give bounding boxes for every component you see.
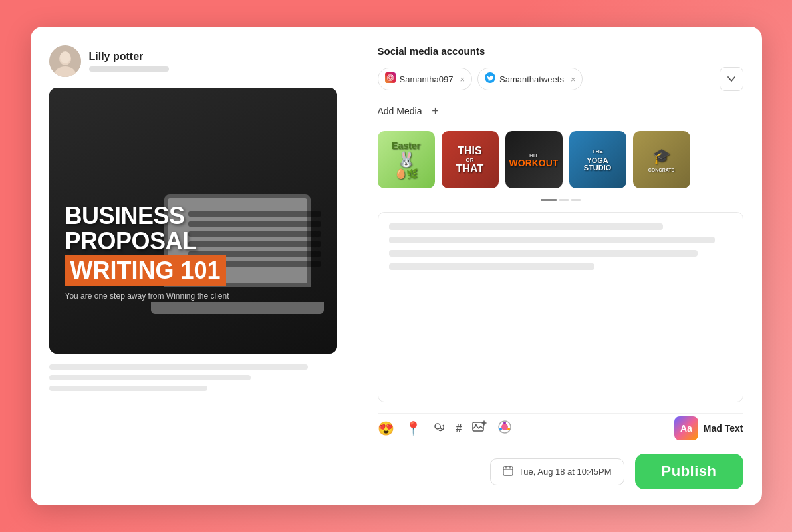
- add-media-button[interactable]: +: [426, 102, 444, 120]
- svg-point-9: [435, 424, 440, 429]
- instagram-chip[interactable]: Samantha097 ×: [378, 68, 473, 90]
- media-thumb-grad[interactable]: 🎓 CONGRATS: [633, 131, 690, 188]
- thumb-easter-label: Easter 🐰 🥚🌿: [378, 131, 435, 188]
- instagram-handle: Samantha097: [400, 74, 454, 84]
- svg-point-13: [501, 424, 508, 430]
- thumb-this-or-that-label: THIS OR THAT: [442, 131, 499, 188]
- post-text-overlay: BUSINESS PROPOSAL WRITING 101 You are on…: [65, 203, 321, 301]
- svg-point-14: [503, 422, 506, 424]
- mad-text-button[interactable]: Aa Mad Text: [674, 416, 743, 440]
- brand-icon[interactable]: [497, 420, 512, 438]
- svg-point-16: [499, 428, 502, 430]
- svg-point-15: [507, 428, 510, 430]
- user-info: Lilly potter: [89, 51, 169, 72]
- post-subtitle: You are one step away from Winning the c…: [65, 291, 321, 301]
- media-thumb-workout[interactable]: HIT WORKOUT: [505, 131, 563, 188]
- accounts-dropdown-button[interactable]: [720, 67, 743, 91]
- avatar: [49, 45, 81, 77]
- mad-text-label: Mad Text: [704, 423, 743, 434]
- media-thumb-this-or-that[interactable]: THIS OR THAT: [442, 131, 499, 188]
- laptop-base: [151, 302, 324, 314]
- accounts-row: Samantha097 × Samanthatweets ×: [378, 67, 743, 91]
- post-line: [49, 386, 207, 391]
- scroll-dot-inactive: [571, 199, 581, 201]
- post-line: [49, 375, 251, 380]
- mad-text-icon: Aa: [674, 416, 698, 440]
- twitter-chip-remove[interactable]: ×: [571, 74, 576, 84]
- twitter-chip[interactable]: Samanthatweets ×: [477, 68, 583, 90]
- post-lines: [49, 364, 337, 391]
- text-placeholder-line: [389, 223, 664, 230]
- toolbar-row: 😍 📍 # Aa Mad Text: [378, 413, 743, 443]
- twitter-handle: Samanthatweets: [499, 74, 564, 84]
- scroll-dot-inactive: [559, 199, 569, 201]
- hashtag-icon[interactable]: #: [456, 422, 462, 434]
- scroll-dot-active: [541, 199, 557, 201]
- image-add-icon[interactable]: [472, 420, 487, 438]
- location-icon[interactable]: 📍: [405, 420, 422, 436]
- calendar-icon: [503, 466, 513, 478]
- thumb-workout-label: HIT WORKOUT: [505, 131, 563, 188]
- post-title-line2: PROPOSAL: [65, 229, 321, 254]
- svg-rect-17: [503, 467, 513, 475]
- emoji-icon[interactable]: 😍: [378, 420, 394, 436]
- text-area-box[interactable]: [378, 212, 743, 402]
- add-media-label: Add Media: [378, 106, 422, 116]
- media-thumb-easter[interactable]: Easter 🐰 🥚🌿: [378, 131, 435, 188]
- post-image: BUSINESS PROPOSAL WRITING 101 You are on…: [49, 88, 337, 354]
- accounts-chips: Samantha097 × Samanthatweets ×: [378, 68, 714, 90]
- thumb-yoga-label: THE YOGA STUDIO: [569, 131, 626, 188]
- instagram-icon: [385, 72, 396, 86]
- text-placeholder-line: [389, 237, 715, 243]
- post-line: [49, 364, 309, 370]
- user-row: Lilly potter: [49, 45, 337, 77]
- user-sub-line: [89, 66, 169, 72]
- mention-icon[interactable]: [432, 421, 446, 436]
- user-name: Lilly potter: [89, 51, 169, 63]
- right-panel: Social media accounts Samantha097 × Sama…: [356, 27, 762, 505]
- schedule-label: Tue, Aug 18 at 10:45PM: [519, 467, 612, 477]
- thumb-grad-label: 🎓 CONGRATS: [633, 131, 690, 188]
- bottom-row: Tue, Aug 18 at 10:45PM Publish: [378, 454, 743, 489]
- post-title-line1: BUSINESS: [65, 203, 321, 229]
- svg-point-3: [60, 51, 70, 63]
- instagram-chip-remove[interactable]: ×: [460, 74, 465, 84]
- text-placeholder-line: [389, 250, 698, 257]
- social-accounts-title: Social media accounts: [378, 45, 743, 57]
- twitter-icon: [485, 72, 495, 86]
- add-media-row: Add Media +: [378, 102, 743, 120]
- media-thumbnails: Easter 🐰 🥚🌿 THIS OR THAT HIT WORKOUT: [378, 131, 743, 191]
- schedule-button[interactable]: Tue, Aug 18 at 10:45PM: [490, 458, 624, 485]
- svg-rect-4: [385, 72, 396, 83]
- left-panel: Lilly potter: [31, 27, 356, 505]
- main-card: Lilly potter: [31, 27, 762, 505]
- post-title-highlight: WRITING 101: [65, 255, 226, 286]
- scroll-indicator: [378, 199, 743, 201]
- media-thumb-yoga[interactable]: THE YOGA STUDIO: [569, 131, 626, 188]
- svg-rect-10: [473, 422, 483, 431]
- text-placeholder-line: [389, 263, 595, 270]
- svg-point-7: [392, 75, 392, 76]
- publish-button[interactable]: Publish: [635, 454, 743, 489]
